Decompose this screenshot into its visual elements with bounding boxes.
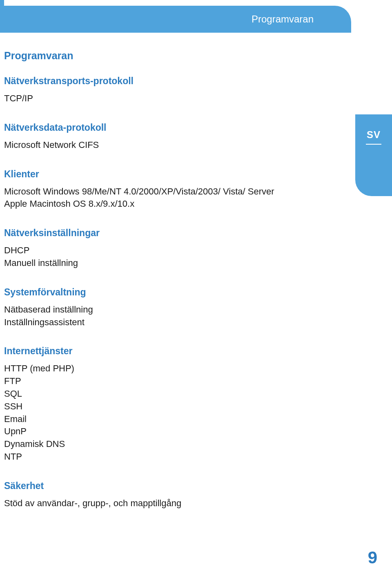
- section-heading: Internettjänster: [4, 346, 314, 357]
- section-line: Apple Macintosh OS 8.x/9.x/10.x: [4, 198, 314, 210]
- section-line: Inställningsassistent: [4, 316, 314, 329]
- section-heading: Nätverkstransports-protokoll: [4, 76, 314, 87]
- section: Klienter Microsoft Windows 98/Me/NT 4.0/…: [4, 169, 314, 211]
- section-heading: Nätverksdata-protokoll: [4, 122, 314, 133]
- section-line: Nätbaserad inställning: [4, 304, 314, 316]
- language-underline: [366, 144, 381, 145]
- section: Nätverksdata-protokoll Microsoft Network…: [4, 122, 314, 152]
- header-tab-title: Programvaran: [252, 13, 314, 25]
- section-line: SQL: [4, 388, 314, 400]
- section-heading: Nätverksinställningar: [4, 228, 314, 239]
- page-title: Programvaran: [4, 50, 314, 62]
- section-line: HTTP (med PHP): [4, 362, 314, 375]
- section-line: Email: [4, 413, 314, 426]
- section-line: Manuell inställning: [4, 257, 314, 270]
- page-number: 9: [368, 548, 377, 567]
- section-heading: Säkerhet: [4, 480, 314, 491]
- section: Internettjänster HTTP (med PHP) FTP SQL …: [4, 346, 314, 463]
- section-line: NTP: [4, 451, 314, 463]
- section: Nätverkstransports-protokoll TCP/IP: [4, 76, 314, 105]
- section-line: DHCP: [4, 244, 314, 257]
- section-line: Dynamisk DNS: [4, 438, 314, 451]
- section-heading: Systemförvaltning: [4, 287, 314, 298]
- section-line: TCP/IP: [4, 92, 314, 105]
- section-line: Stöd av användar-, grupp-, och mapptillg…: [4, 497, 314, 510]
- header-tab: Programvaran: [0, 6, 351, 33]
- language-label: SV: [367, 129, 381, 141]
- section-line: FTP: [4, 375, 314, 388]
- section-line: Microsoft Network CIFS: [4, 139, 314, 152]
- section: Nätverksinställningar DHCP Manuell instä…: [4, 228, 314, 270]
- content-area: Programvaran Nätverkstransports-protokol…: [4, 50, 314, 527]
- section-line: Microsoft Windows 98/Me/NT 4.0/2000/XP/V…: [4, 185, 314, 198]
- language-tab: SV: [355, 114, 392, 196]
- section-line: UpnP: [4, 425, 314, 438]
- section-line: SSH: [4, 400, 314, 413]
- section-heading: Klienter: [4, 169, 314, 180]
- section: Säkerhet Stöd av användar-, grupp-, och …: [4, 480, 314, 510]
- section: Systemförvaltning Nätbaserad inställning…: [4, 287, 314, 329]
